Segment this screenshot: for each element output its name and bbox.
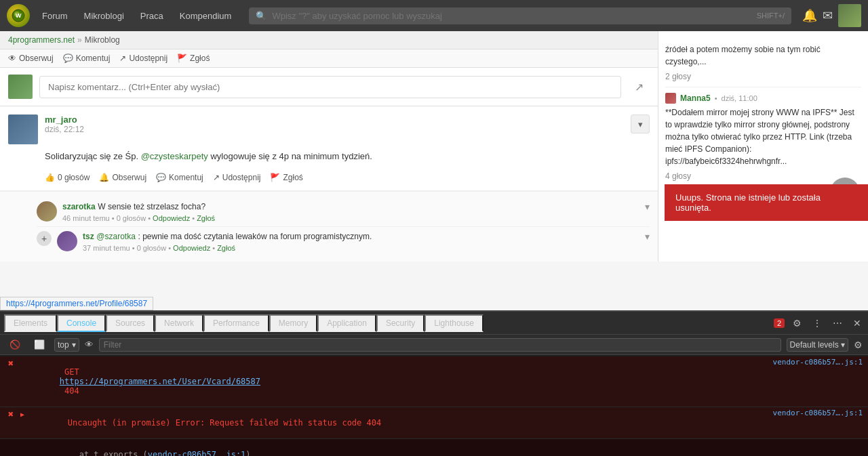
sidebar-author-row: Manna5 • dziś, 11:00 [665, 93, 861, 104]
reply-respond-0[interactable]: Odpowiedz [153, 214, 190, 222]
sidebar-dot: • [715, 94, 717, 102]
share-button[interactable]: ↗ Udostępnij [119, 54, 167, 63]
left-content: 4programmers.net » Mikroblog 👁 Obserwuj … [0, 31, 658, 262]
comment-input-area: ↗ [0, 68, 658, 106]
sidebar-author-name[interactable]: Manna5 [680, 94, 711, 103]
vote-count: 0 głosów [58, 173, 90, 182]
reply-avatar [37, 201, 57, 222]
commenter-avatar [8, 75, 33, 99]
nav-praca[interactable]: Praca [134, 7, 170, 25]
svg-text:W: W [16, 12, 22, 19]
post-header: mr_jaro dziś, 22:12 ▾ [8, 115, 650, 144]
comment-post-label: Komentuj [169, 173, 203, 182]
sidebar-post: źródeł a potem możemy sobie na tym robić… [665, 38, 861, 87]
share-icon: ↗ [119, 54, 126, 63]
reply-content: szarotka W sensie też strzelasz focha? 4… [62, 201, 639, 222]
share-label: Udostępnij [129, 54, 167, 63]
reply-meta: 46 minut temu • 0 głosów • Odpowiedz • Z… [62, 214, 639, 222]
reply-text: W sensie też strzelasz focha? [98, 202, 205, 211]
right-sidebar: źródeł a potem możemy sobie na tym robić… [658, 31, 868, 262]
sidebar-intro-text: źródeł a potem możemy sobie na tym robić… [665, 43, 861, 68]
breadcrumb-site[interactable]: 4programmers.net [8, 35, 75, 45]
add-reply-button[interactable]: + [37, 231, 52, 246]
error-toast-text: Uuups. Strona nie istnieje lub została u… [675, 192, 821, 213]
reply-time-0: 46 minut temu [62, 214, 110, 222]
reply-item-1: tsz @szarotka : pewnie ma dość czytania … [57, 227, 650, 256]
messages-icon[interactable]: ✉ [823, 8, 833, 23]
search-shortcut: SHIFT+/ [757, 12, 785, 20]
observe-post-button[interactable]: 🔔 Obserwuj [99, 173, 146, 182]
reply-item: szarotka W sensie też strzelasz focha? 4… [37, 197, 650, 227]
report-button[interactable]: 🚩 Zgłoś [177, 54, 210, 63]
post-actions: 👍 0 głosów 🔔 Obserwuj 💬 Komentuj ↗ Udost… [45, 170, 650, 182]
thumbs-icon: 👍 [45, 173, 55, 182]
replies-section: szarotka W sensie też strzelasz focha? 4… [0, 191, 658, 262]
share-post-label: Udostępnij [222, 173, 261, 182]
post-mention[interactable]: @czysteskarpety [141, 151, 208, 161]
nav-forum[interactable]: Forum [35, 7, 75, 25]
reply-options-button-0[interactable]: ▾ [645, 201, 650, 212]
error-toast: Uuups. Strona nie istnieje lub została u… [665, 184, 868, 221]
sidebar-post-2: Manna5 • dziś, 11:00 **Dodałem mirror mo… [665, 87, 861, 187]
reply-text-1: : pewnie ma dość czytania lewaków na for… [138, 232, 372, 241]
reply-avatar-1 [57, 231, 77, 251]
user-avatar[interactable] [838, 4, 861, 27]
post-options-button[interactable]: ▾ [631, 115, 650, 133]
sidebar-post-content: **Dodałem mirror mojej strony WWW na IPF… [665, 106, 861, 167]
comment-label: Komentuj [76, 54, 111, 63]
reply-options-button-1[interactable]: ▾ [645, 231, 650, 242]
comment-input[interactable] [39, 76, 621, 98]
observe-label: Obserwuj [19, 54, 54, 63]
post-card: mr_jaro dziś, 22:12 ▾ Solidaryzując się … [0, 106, 658, 191]
search-input[interactable] [272, 11, 751, 21]
flag-icon: 🚩 [177, 54, 187, 63]
breadcrumb: 4programmers.net » Mikroblog [0, 31, 658, 49]
reply-meta-1: 37 minut temu • 0 głosów • Odpowiedz • Z… [83, 244, 639, 252]
sidebar-votes-1: 2 głosy [665, 72, 861, 81]
notifications-icon[interactable]: 🔔 [802, 8, 817, 23]
nav-links: Forum Mikroblogi Praca Kompendium [35, 7, 238, 25]
nav-mikroblogi[interactable]: Mikroblogi [77, 7, 131, 25]
observe-button[interactable]: 👁 Obserwuj [8, 54, 54, 63]
top-navigation: W Forum Mikroblogi Praca Kompendium 🔍 SH… [0, 0, 868, 31]
send-comment-button[interactable]: ↗ [628, 76, 650, 98]
post-meta: mr_jaro dziś, 22:12 [45, 115, 624, 134]
reply-votes-0: 0 głosów [117, 214, 146, 222]
reply-report-1[interactable]: Zgłoś [217, 244, 235, 252]
action-bar: 👁 Obserwuj 💬 Komentuj ↗ Udostępnij 🚩 Zgł… [0, 49, 658, 68]
observe-post-label: Obserwuj [112, 173, 146, 182]
nav-kompendium[interactable]: Kompendium [173, 7, 239, 25]
reply-respond-1[interactable]: Odpowiedz [173, 244, 210, 252]
breadcrumb-separator: » [77, 35, 82, 45]
reply-author[interactable]: szarotka [62, 202, 96, 211]
search-icon: 🔍 [256, 11, 267, 21]
comment-post-icon: 💬 [156, 173, 166, 182]
post-content: Solidaryzując się ze Śp. @czysteskarpety… [45, 150, 650, 163]
comment-button[interactable]: 💬 Komentuj [63, 54, 111, 63]
sidebar-time: dziś, 11:00 [722, 94, 757, 102]
reply-author-1[interactable]: tsz [83, 232, 94, 241]
share-post-icon: ↗ [213, 173, 220, 182]
report-label: Zgłoś [190, 54, 210, 63]
report-post-button[interactable]: 🚩 Zgłoś [270, 173, 302, 182]
reply-votes-1: 0 głosów [137, 244, 166, 252]
bell-icon: 🔔 [99, 173, 109, 182]
share-post-button[interactable]: ↗ Udostępnij [213, 173, 261, 182]
comment-post-button[interactable]: 💬 Komentuj [156, 173, 203, 182]
post-time: dziś, 22:12 [45, 125, 624, 134]
search-bar[interactable]: 🔍 SHIFT+/ [249, 7, 791, 24]
main-layout: 4programmers.net » Mikroblog 👁 Obserwuj … [0, 31, 868, 262]
observe-icon: 👁 [8, 54, 16, 63]
reply-mention-1[interactable]: @szarotka [96, 232, 136, 241]
post-author-name[interactable]: mr_jaro [45, 115, 624, 125]
report-post-label: Zgłoś [283, 173, 302, 182]
comment-icon: 💬 [63, 54, 73, 63]
vote-button[interactable]: 👍 0 głosów [45, 173, 90, 182]
reply-time-1: 37 minut temu [83, 244, 130, 252]
site-logo[interactable]: W [7, 4, 30, 27]
sidebar-author-avatar [665, 93, 676, 104]
flag-post-icon: 🚩 [270, 173, 280, 182]
reply-report-0[interactable]: Zgłoś [197, 214, 215, 222]
reply-content-1: tsz @szarotka : pewnie ma dość czytania … [83, 231, 639, 252]
nav-icons: 🔔 ✉ [802, 4, 861, 27]
